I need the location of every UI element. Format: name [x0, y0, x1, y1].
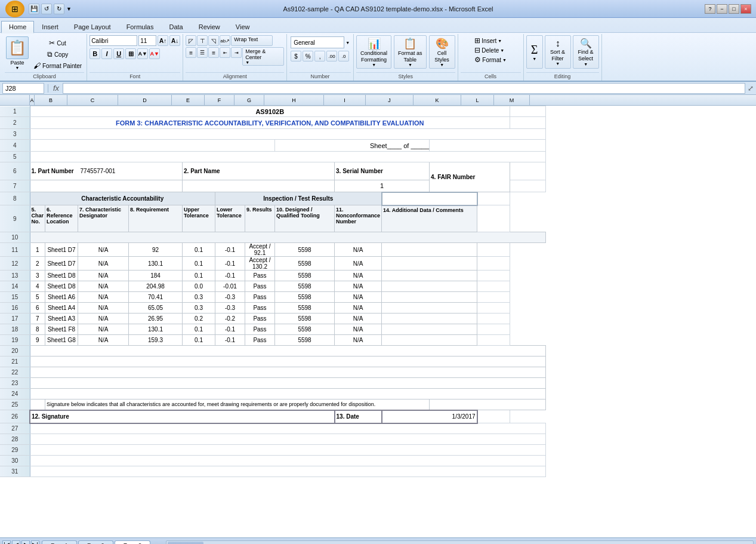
- d-15-req[interactable]: 70.41: [129, 292, 183, 303]
- font-color-button[interactable]: A▼: [149, 48, 160, 59]
- h-scrollbar-thumb[interactable]: [168, 542, 203, 545]
- d-17-char[interactable]: 7: [30, 314, 45, 324]
- d-13-nonconf[interactable]: N/A: [335, 271, 382, 281]
- align-top-left-btn[interactable]: ◸: [186, 35, 196, 46]
- cell-31[interactable]: [30, 466, 546, 477]
- cell-5[interactable]: [30, 152, 546, 162]
- insert-arrow[interactable]: ▼: [498, 39, 502, 43]
- save-quick-btn[interactable]: 💾: [29, 4, 39, 14]
- col-header-req[interactable]: 8. Requirement: [129, 205, 183, 232]
- d-16-char[interactable]: 6: [30, 303, 45, 314]
- cut-button[interactable]: ✂ Cut: [31, 38, 84, 48]
- cell-signature-label[interactable]: 12. Signature: [30, 410, 335, 423]
- cell-26-m[interactable]: [477, 410, 510, 423]
- cell-date-value[interactable]: 1/3/2017: [382, 410, 477, 423]
- col-header-des[interactable]: 7. Characteristic Designator: [78, 205, 129, 232]
- border-button[interactable]: ⊞: [125, 48, 136, 59]
- col-header-H[interactable]: H: [264, 95, 324, 105]
- d-12-des[interactable]: N/A: [78, 257, 129, 271]
- d-18-lower[interactable]: -0.1: [215, 324, 245, 335]
- cell-10[interactable]: [30, 232, 546, 243]
- d-15-char[interactable]: 5: [30, 292, 45, 303]
- col-header-D[interactable]: D: [118, 95, 172, 105]
- tab-insert[interactable]: Insert: [34, 21, 66, 32]
- maximize-button[interactable]: □: [729, 4, 739, 14]
- font-size-input[interactable]: [138, 35, 156, 46]
- d-15-tooling[interactable]: 5598: [275, 292, 335, 303]
- d-13-ref[interactable]: Sheet1 D8: [45, 271, 78, 281]
- d-19-upper[interactable]: 0.1: [183, 335, 215, 346]
- d-12-upper[interactable]: 0.1: [183, 257, 215, 271]
- cell-7-m[interactable]: [510, 180, 546, 192]
- d-17-req[interactable]: 26.95: [129, 314, 183, 324]
- d-12-result[interactable]: Accept / 130.2: [245, 257, 275, 271]
- sheet-tab-form1[interactable]: Form1: [42, 540, 77, 545]
- d-12-comments[interactable]: [382, 257, 477, 271]
- d-11-lower[interactable]: -0.1: [215, 243, 245, 257]
- tab-page-layout[interactable]: Page Layout: [66, 21, 119, 32]
- col-header-E[interactable]: E: [172, 95, 205, 105]
- d-16-result[interactable]: Pass: [245, 303, 275, 314]
- d-11-des[interactable]: N/A: [78, 243, 129, 257]
- format-arrow[interactable]: ▼: [502, 58, 507, 62]
- col-header-I[interactable]: I: [324, 95, 366, 105]
- d-19-char[interactable]: 9: [30, 335, 45, 346]
- d-11-result[interactable]: Accept / 92.1: [245, 243, 275, 257]
- d-11-ref[interactable]: Sheet1 D7: [45, 243, 78, 257]
- d-16-lower[interactable]: -0.3: [215, 303, 245, 314]
- increase-font-btn[interactable]: A↑: [158, 35, 168, 46]
- d-13-char[interactable]: 3: [30, 271, 45, 281]
- tab-home[interactable]: Home: [1, 21, 34, 33]
- d-11-nonconf[interactable]: N/A: [335, 243, 382, 257]
- d-18-result[interactable]: Pass: [245, 324, 275, 335]
- d-18-tooling[interactable]: 5598: [275, 324, 335, 335]
- cell-char-accountability[interactable]: Characteristic Accountability: [30, 192, 215, 205]
- minimize-button[interactable]: −: [717, 4, 727, 14]
- d-19-lower[interactable]: -0.1: [215, 335, 245, 346]
- d-17-lower[interactable]: -0.2: [215, 314, 245, 324]
- cell-29[interactable]: [30, 445, 546, 456]
- d-14-req[interactable]: 204.98: [129, 281, 183, 292]
- tab-data[interactable]: Data: [161, 21, 190, 32]
- d-14-upper[interactable]: 0.0: [183, 281, 215, 292]
- find-select-button[interactable]: 🔍 Find &Select ▼: [573, 35, 599, 69]
- sum-button[interactable]: Σ ▼: [526, 35, 543, 69]
- cell-form-title[interactable]: FORM 3: CHARACTERISTIC ACCOUNTABILITY, V…: [30, 117, 510, 129]
- d-12-nonconf[interactable]: N/A: [335, 257, 382, 271]
- d-16-req[interactable]: 65.05: [129, 303, 183, 314]
- d-14-m[interactable]: [477, 281, 510, 292]
- d-19-req[interactable]: 159.3: [129, 335, 183, 346]
- sort-filter-button[interactable]: ↕ Sort &Filter ▼: [545, 35, 571, 69]
- col-header-L[interactable]: L: [461, 95, 494, 105]
- add-sheet-btn[interactable]: ⊕: [152, 541, 163, 545]
- cell-24[interactable]: [30, 389, 546, 399]
- align-top-right-btn[interactable]: ◹: [208, 35, 219, 46]
- col-header-nonconf[interactable]: 11. Nonconformance Number: [335, 205, 382, 232]
- d-11-req[interactable]: 92: [129, 243, 183, 257]
- undo-quick-btn[interactable]: ↺: [41, 4, 52, 14]
- d-19-des[interactable]: N/A: [78, 335, 129, 346]
- cell-signature-note[interactable]: Signature below indicates that all chara…: [45, 399, 430, 410]
- d-15-nonconf[interactable]: N/A: [335, 292, 382, 303]
- cell-25-a[interactable]: [30, 399, 45, 410]
- d-16-comments[interactable]: [382, 303, 477, 314]
- cell-serial-value[interactable]: 1: [335, 180, 430, 192]
- d-15-des[interactable]: N/A: [78, 292, 129, 303]
- col-header-tooling[interactable]: 10. Designed / Qualified Tooling: [275, 205, 335, 232]
- d-12-char[interactable]: 2: [30, 257, 45, 271]
- d-17-comments[interactable]: [382, 314, 477, 324]
- d-15-upper[interactable]: 0.3: [183, 292, 215, 303]
- tab-review[interactable]: Review: [191, 21, 228, 32]
- cell-inspection-results[interactable]: Inspection / Test Results: [215, 192, 382, 205]
- d-18-upper[interactable]: 0.1: [183, 324, 215, 335]
- formula-input[interactable]: [63, 83, 745, 94]
- delete-label[interactable]: Delete: [482, 47, 499, 54]
- tab-next-btn[interactable]: ▶: [21, 540, 30, 545]
- italic-button[interactable]: I: [101, 48, 112, 59]
- number-format-box[interactable]: General: [291, 36, 344, 48]
- fill-color-button[interactable]: A▼: [137, 48, 148, 59]
- d-16-tooling[interactable]: 5598: [275, 303, 335, 314]
- cell-fair-number-label[interactable]: 4. FAIR Number: [430, 162, 510, 192]
- d-12-req[interactable]: 130.1: [129, 257, 183, 271]
- increase-decimal-btn[interactable]: .00: [326, 51, 337, 62]
